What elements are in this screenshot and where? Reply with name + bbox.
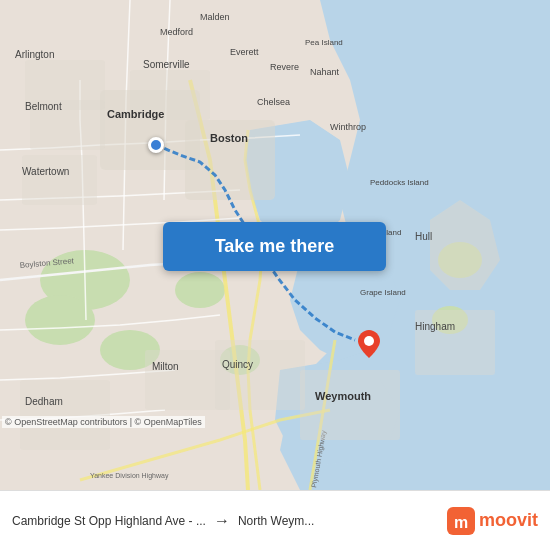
- take-me-there-button[interactable]: Take me there: [163, 222, 386, 271]
- svg-text:Cambridge: Cambridge: [107, 108, 164, 120]
- svg-rect-16: [215, 340, 305, 410]
- route-origin-label: Cambridge St Opp Highland Ave - ...: [12, 514, 206, 528]
- svg-rect-21: [22, 155, 97, 205]
- svg-text:Hingham: Hingham: [415, 321, 455, 332]
- svg-rect-18: [415, 310, 495, 375]
- route-arrow-icon: →: [206, 512, 238, 530]
- map-container: Boylston Street Yankee Division Highway …: [0, 0, 550, 490]
- svg-text:Yankee Division Highway: Yankee Division Highway: [90, 472, 169, 480]
- map-attribution: © OpenStreetMap contributors | © OpenMap…: [2, 416, 205, 428]
- svg-text:m: m: [454, 514, 468, 531]
- origin-marker: [148, 137, 164, 153]
- svg-text:Winthrop: Winthrop: [330, 122, 366, 132]
- svg-rect-14: [20, 380, 110, 450]
- moovit-brand-name: moovit: [479, 510, 538, 531]
- svg-text:Weymouth: Weymouth: [315, 390, 371, 402]
- svg-text:Dedham: Dedham: [25, 396, 63, 407]
- svg-text:Milton: Milton: [152, 361, 179, 372]
- svg-text:Hull: Hull: [415, 231, 432, 242]
- svg-point-45: [364, 336, 374, 346]
- svg-point-4: [175, 272, 225, 308]
- svg-text:Boston: Boston: [210, 132, 248, 144]
- route-info: Cambridge St Opp Highland Ave - ... → No…: [0, 512, 435, 530]
- route-destination-label: North Weym...: [238, 514, 314, 528]
- svg-text:Malden: Malden: [200, 12, 230, 22]
- moovit-logo-icon: m: [447, 507, 475, 535]
- svg-text:Revere: Revere: [270, 62, 299, 72]
- svg-text:Medford: Medford: [160, 27, 193, 37]
- svg-text:Everett: Everett: [230, 47, 259, 57]
- bottom-bar: Cambridge St Opp Highland Ave - ... → No…: [0, 490, 550, 550]
- svg-text:Peddocks Island: Peddocks Island: [370, 178, 429, 187]
- svg-text:Watertown: Watertown: [22, 166, 69, 177]
- destination-marker: [358, 330, 380, 358]
- svg-point-2: [25, 295, 95, 345]
- svg-text:Somerville: Somerville: [143, 59, 190, 70]
- svg-rect-17: [300, 370, 400, 440]
- svg-text:Chelsea: Chelsea: [257, 97, 290, 107]
- moovit-logo: m moovit: [435, 507, 550, 535]
- svg-text:Grape Island: Grape Island: [360, 288, 406, 297]
- svg-text:Arlington: Arlington: [15, 49, 54, 60]
- svg-text:Nahant: Nahant: [310, 67, 340, 77]
- svg-text:Quincy: Quincy: [222, 359, 253, 370]
- svg-text:Pea Island: Pea Island: [305, 38, 343, 47]
- svg-text:Belmont: Belmont: [25, 101, 62, 112]
